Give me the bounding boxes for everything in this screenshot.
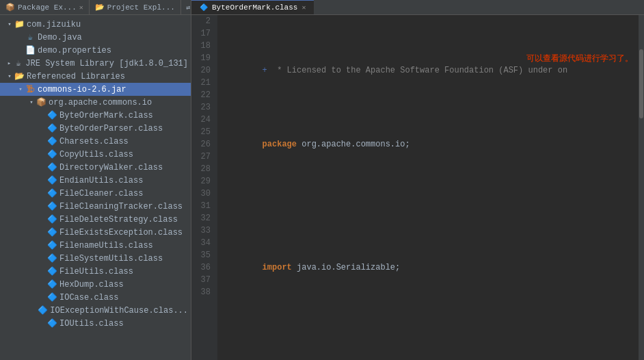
editor-tab-close[interactable]: ✕ [301, 3, 306, 12]
tree-label: Charsets.class [59, 137, 129, 146]
tree-item-DirectoryWalker[interactable]: 🔷 DirectoryWalker.class [0, 161, 191, 174]
line-num-24: 24 [191, 114, 213, 126]
tree-label: IOExceptionWithCause.clas... [50, 306, 188, 316]
class-icon: 🔷 [46, 240, 57, 250]
editor-tab-label: ByteOrderMark.class [212, 3, 297, 12]
tree-item-EndianUtils[interactable]: 🔷 EndianUtils.class [0, 174, 191, 187]
line-num-38: 38 [191, 286, 213, 298]
java-file-icon: ☕ [25, 32, 36, 42]
jre-icon: ☕ [13, 58, 23, 68]
line-num-19: 19 [191, 52, 213, 64]
tree-item-FileSystemUtils[interactable]: 🔷 FileSystemUtils.class [0, 252, 191, 265]
tree-item-FileExistsException[interactable]: 🔷 FileExistsException.class [0, 226, 191, 239]
sync-btn[interactable]: ⇄ [184, 3, 191, 12]
right-panel: 🔷 ByteOrderMark.class ✕ 2 17 18 19 20 21… [191, 0, 644, 360]
tree-label: EndianUtils.class [59, 176, 143, 185]
ref-libs-icon: 📂 [14, 71, 25, 81]
tab-project-explorer[interactable]: 📂 Project Expl... [90, 0, 181, 14]
tree-label: ByteOrderParser.class [59, 124, 163, 133]
line-num-30: 30 [191, 188, 213, 200]
tree-label: FileCleaningTracker.class [59, 202, 183, 211]
tree-item-CopyUtils[interactable]: 🔷 CopyUtils.class [0, 148, 191, 161]
tree-item-org-apache[interactable]: ▾ 📦 org.apache.commons.io [0, 96, 191, 109]
class-icon: 🔷 [46, 149, 57, 159]
line-num-37: 37 [191, 274, 213, 286]
tree-item-FileDeleteStrategy[interactable]: 🔷 FileDeleteStrategy.class [0, 213, 191, 226]
class-icon: 🔷 [46, 123, 57, 133]
tree-label: FileSystemUtils.class [59, 254, 163, 263]
tree-label: FilenameUtils.class [59, 241, 153, 250]
line-num-33: 33 [191, 224, 213, 237]
tree-item-FileUtils[interactable]: 🔷 FileUtils.class [0, 265, 191, 278]
line-num-18: 18 [191, 40, 213, 52]
tree-item-ByteOrderMark[interactable]: 🔷 ByteOrderMark.class [0, 109, 191, 122]
tree-item-com-jizuiku[interactable]: ▾ 📁 com.jizuiku [0, 18, 191, 31]
tree-item-demo-java[interactable]: ☕ Demo.java [0, 31, 191, 44]
tab-package-label: Package Ex... [18, 3, 77, 12]
line-num-2: 2 [191, 15, 213, 27]
tree-item-IOUtils[interactable]: 🔷 IOUtils.class [0, 317, 191, 330]
code-line-19: import java.io.Serializable; [223, 249, 633, 286]
tree-label: demo.properties [38, 46, 111, 55]
tree-item-Charsets[interactable]: 🔷 Charsets.class [0, 135, 191, 148]
tree-item-FilenameUtils[interactable]: 🔷 FilenameUtils.class [0, 239, 191, 252]
tab-close-icon[interactable]: ✕ [79, 3, 83, 12]
tree-arrow: ▾ [27, 99, 36, 106]
line-num-26: 26 [191, 138, 213, 151]
scrollbar-thumb[interactable] [639, 49, 643, 118]
package-icon: 📦 [36, 97, 46, 107]
line-num-31: 31 [191, 200, 213, 212]
tree-label: FileDeleteStrategy.class [59, 215, 178, 224]
tree-item-referenced-libs[interactable]: ▾ 📂 Referenced Libraries [0, 70, 191, 83]
tree-label: DirectoryWalker.class [59, 163, 163, 172]
folder-icon: 📁 [14, 19, 25, 29]
tree-item-commons-jar[interactable]: ▾ 🗜 commons-io-2.6.jar [0, 83, 191, 96]
tree-label: FileUtils.class [59, 267, 133, 277]
tab-package-explorer[interactable]: 📦 Package Ex... ✕ [0, 0, 90, 14]
tree-item-ByteOrderParser[interactable]: 🔷 ByteOrderParser.class [0, 122, 191, 135]
project-icon: 📂 [95, 3, 105, 12]
class-icon: 🔷 [46, 279, 57, 290]
line-num-27: 27 [191, 151, 213, 163]
tree-label: org.apache.commons.io [49, 98, 152, 107]
tree-label: IOUtils.class [59, 319, 124, 329]
tree-item-HexDump[interactable]: 🔷 HexDump.class [0, 278, 191, 291]
tree-label: IOCase.class [59, 293, 118, 303]
tree-item-FileCleaner[interactable]: 🔷 FileCleaner.class [0, 187, 191, 200]
tree-item-jre[interactable]: ▸ ☕ JRE System Library [jdk1.8.0_131] [0, 57, 191, 70]
tree-label: Demo.java [38, 33, 82, 42]
line-num-22: 22 [191, 89, 213, 101]
tree-item-FileCleaningTracker[interactable]: 🔷 FileCleaningTracker.class [0, 200, 191, 213]
tree-label: FileExistsException.class [59, 228, 183, 237]
tree-arrow: ▾ [16, 86, 25, 93]
tree-arrow: ▸ [5, 60, 13, 67]
tree-item-IOExceptionWithCause[interactable]: 🔷 IOExceptionWithCause.clas... [0, 304, 191, 317]
tree-item-demo-props[interactable]: 📄 demo.properties [0, 44, 191, 57]
line-num-34: 34 [191, 237, 213, 249]
line-num-21: 21 [191, 77, 213, 89]
tree-arrow: ▾ [5, 21, 14, 28]
file-tree: ▾ 📁 com.jizuiku ☕ Demo.java 📄 demo.prope… [0, 15, 191, 360]
line-num-23: 23 [191, 101, 213, 114]
props-icon: 📄 [25, 45, 36, 55]
editor-tab-ByteOrderMark[interactable]: 🔷 ByteOrderMark.class ✕ [191, 0, 314, 14]
vertical-scrollbar[interactable] [639, 15, 644, 360]
class-icon: 🔷 [46, 175, 57, 185]
line-num-20: 20 [191, 64, 213, 77]
line-numbers: 2 17 18 19 20 21 22 23 24 25 26 27 28 29… [191, 15, 217, 360]
class-icon: 🔷 [46, 136, 57, 146]
tree-item-IOCase[interactable]: 🔷 IOCase.class [0, 291, 191, 304]
line-num-25: 25 [191, 126, 213, 138]
line-num-35: 35 [191, 249, 213, 261]
class-icon: 🔷 [46, 253, 57, 263]
code-line-17: package org.apache.commons.io; [223, 126, 633, 163]
code-editor[interactable]: + * Licensed to the Apache Software Foun… [217, 15, 639, 360]
code-line-18 [223, 200, 633, 212]
line-num-32: 32 [191, 212, 213, 224]
editor-tab-icon: 🔷 [200, 3, 208, 12]
package-icon: 📦 [5, 3, 15, 12]
tab-action-buttons: ⇄ ⊟ ▾ ─ □ [181, 0, 191, 14]
chinese-annotation-float: 可以查看源代码进行学习了。 [526, 52, 633, 64]
class-icon: 🔷 [46, 227, 57, 237]
tree-label: com.jizuiku [27, 20, 81, 29]
